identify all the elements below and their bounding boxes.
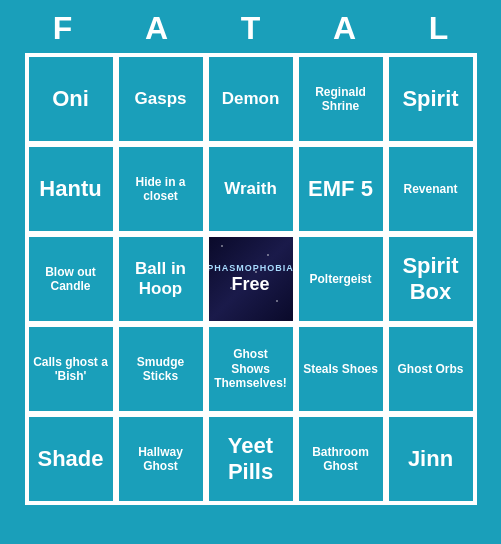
cell-22[interactable]: Yeet Pills — [207, 415, 295, 503]
cell-10[interactable]: Blow out Candle — [27, 235, 115, 323]
bingo-grid: OniGaspsDemonReginald ShrineSpiritHantuH… — [25, 53, 477, 505]
cell-21[interactable]: Hallway Ghost — [117, 415, 205, 503]
cell-1[interactable]: Gasps — [117, 55, 205, 143]
header-t: T — [211, 10, 291, 47]
header: F A T A L — [16, 0, 486, 53]
cell-2[interactable]: Demon — [207, 55, 295, 143]
cell-6[interactable]: Hide in a closet — [117, 145, 205, 233]
cell-24[interactable]: Jinn — [387, 415, 475, 503]
cell-4[interactable]: Spirit — [387, 55, 475, 143]
header-a2: A — [305, 10, 385, 47]
cell-20[interactable]: Shade — [27, 415, 115, 503]
cell-7[interactable]: Wraith — [207, 145, 295, 233]
header-f: F — [23, 10, 103, 47]
cell-11[interactable]: Ball in Hoop — [117, 235, 205, 323]
cell-9[interactable]: Revenant — [387, 145, 475, 233]
cell-16[interactable]: Smudge Sticks — [117, 325, 205, 413]
cell-15[interactable]: Calls ghost a 'Bish' — [27, 325, 115, 413]
cell-19[interactable]: Ghost Orbs — [387, 325, 475, 413]
cell-8[interactable]: EMF 5 — [297, 145, 385, 233]
cell-3[interactable]: Reginald Shrine — [297, 55, 385, 143]
cell-14[interactable]: Spirit Box — [387, 235, 475, 323]
header-l: L — [399, 10, 479, 47]
cell-17[interactable]: Ghost Shows Themselves! — [207, 325, 295, 413]
cell-18[interactable]: Steals Shoes — [297, 325, 385, 413]
header-a1: A — [117, 10, 197, 47]
cell-13[interactable]: Poltergeist — [297, 235, 385, 323]
cell-12[interactable]: PHASMOPHOBIA Free — [207, 235, 295, 323]
cell-5[interactable]: Hantu — [27, 145, 115, 233]
cell-0[interactable]: Oni — [27, 55, 115, 143]
cell-23[interactable]: Bathroom Ghost — [297, 415, 385, 503]
